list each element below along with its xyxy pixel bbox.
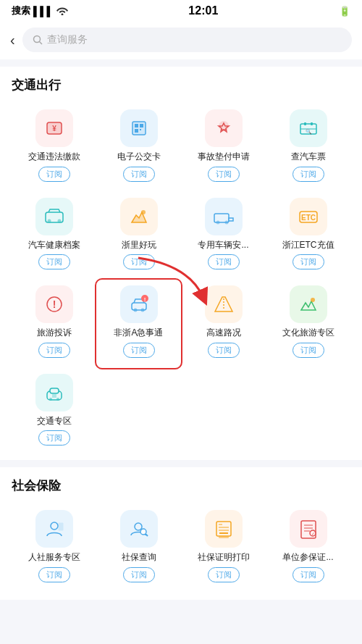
search-icon — [33, 35, 43, 45]
ebus-subscribe[interactable]: 订阅 — [123, 167, 155, 182]
svg-rect-7 — [135, 124, 138, 127]
svg-point-20 — [141, 210, 146, 214]
accident-subscribe[interactable]: 订阅 — [208, 167, 240, 182]
tourism-complaint-item: ! 旅游投诉 订阅 — [12, 280, 96, 368]
svg-point-23 — [224, 220, 228, 224]
svg-point-22 — [216, 220, 219, 224]
special-vehicle-label: 专用车辆安... — [198, 240, 248, 251]
social-query-item: 社保查询 订阅 — [96, 504, 181, 593]
svg-point-30 — [140, 309, 144, 312]
hr-service-label: 人社服务专区 — [28, 552, 80, 564]
svg-text:ETC: ETC — [301, 214, 316, 222]
svg-text:!: ! — [52, 298, 56, 310]
traffic-fine-icon: ¥ — [35, 109, 73, 147]
svg-rect-45 — [219, 536, 229, 538]
non-zhejiang-subscribe[interactable]: 订阅 — [123, 343, 155, 358]
etc-icon: ETC — [290, 198, 327, 235]
social-cert-label: 社保证明打印 — [198, 552, 250, 564]
traffic-row-4: 交通专区 订阅 — [12, 368, 350, 456]
red-arrow-icon — [131, 251, 218, 309]
car-health-icon — [35, 198, 73, 235]
bus-ticket-label: 查汽车票 — [291, 151, 326, 163]
highway-subscribe[interactable]: 订阅 — [208, 343, 240, 358]
special-vehicle-icon — [205, 198, 243, 235]
wifi-icon — [56, 7, 68, 15]
car-health-subscribe[interactable]: 订阅 — [38, 254, 70, 269]
unit-cert-subscribe[interactable]: 订阅 — [292, 567, 324, 582]
svg-rect-39 — [52, 394, 56, 398]
svg-rect-15 — [304, 122, 306, 125]
unit-cert-item: ✓ 单位参保证... 订阅 — [266, 504, 350, 593]
svg-point-19 — [57, 219, 61, 222]
bus-ticket-subscribe[interactable]: 订阅 — [292, 167, 324, 182]
tourism-complaint-label: 旅游投诉 — [37, 327, 72, 339]
etc-item: ETC 浙江ETC充值 订阅 — [266, 192, 350, 280]
non-zhejiang-label: 非浙A急事通 — [114, 327, 163, 339]
accident-item: 事故垫付申请 订阅 — [181, 104, 266, 192]
traffic-zone-icon — [35, 374, 73, 411]
traffic-zone-item: 交通专区 订阅 — [12, 368, 96, 456]
highway-label: 高速路况 — [206, 327, 241, 339]
search-placeholder: 查询服务 — [47, 33, 88, 46]
svg-point-34 — [311, 298, 315, 302]
social-insurance-section: 社会保险 人社服务专区 订阅 社保查询 订阅 社保证明打印 订阅 — [0, 467, 362, 600]
social-query-subscribe[interactable]: 订阅 — [123, 567, 155, 582]
zhejiang-fun-label: 浙里好玩 — [122, 240, 156, 251]
traffic-fine-subscribe[interactable]: 订阅 — [38, 167, 70, 182]
svg-line-43 — [146, 534, 148, 536]
svg-point-40 — [51, 522, 58, 530]
social-insurance-row-1: 人社服务专区 订阅 社保查询 订阅 社保证明打印 订阅 ✓ 单位参保证... 订… — [12, 504, 350, 593]
traffic-fine-item: ¥ 交通违法缴款 订阅 — [12, 104, 96, 192]
status-search-text: 搜索 — [12, 4, 30, 17]
status-bar: 搜索 ▌▌▌ 12:01 🔋 — [0, 0, 362, 22]
traffic-zone-subscribe[interactable]: 订阅 — [38, 430, 70, 446]
svg-rect-8 — [140, 124, 143, 127]
svg-point-42 — [140, 529, 146, 535]
social-cert-icon — [205, 510, 243, 548]
etc-subscribe[interactable]: 订阅 — [292, 254, 324, 269]
ebus-item: 电子公交卡 订阅 — [96, 104, 181, 192]
svg-point-41 — [135, 523, 142, 530]
status-time: 12:01 — [188, 4, 218, 17]
accident-icon — [205, 109, 243, 147]
traffic-row-1: ¥ 交通违法缴款 订阅 电子公交卡 订阅 事故垫付申请 订阅 🔍 查汽车票 — [12, 104, 350, 192]
culture-tour-label: 文化旅游专区 — [282, 327, 334, 339]
hr-service-icon — [35, 510, 73, 548]
car-health-item: 汽车健康档案 订阅 — [12, 192, 96, 280]
bus-ticket-item: 🔍 查汽车票 订阅 — [266, 104, 350, 192]
tourism-complaint-icon: ! — [35, 285, 73, 323]
ebus-icon — [120, 109, 158, 147]
bus-ticket-icon: 🔍 — [290, 109, 327, 147]
tourism-complaint-subscribe[interactable]: 订阅 — [38, 343, 70, 358]
back-button[interactable]: ‹ — [10, 32, 15, 49]
social-query-icon — [120, 510, 158, 548]
culture-tour-icon — [290, 285, 327, 323]
svg-point-37 — [49, 398, 52, 401]
svg-point-18 — [47, 219, 51, 222]
culture-tour-item: 文化旅游专区 订阅 — [266, 280, 350, 368]
ebus-label: 电子公交卡 — [117, 151, 161, 163]
svg-line-1 — [39, 42, 42, 45]
svg-rect-36 — [50, 388, 59, 393]
search-input[interactable]: 查询服务 — [22, 28, 352, 52]
social-query-label: 社保查询 — [122, 552, 156, 564]
traffic-zone-label: 交通专区 — [37, 416, 72, 427]
svg-rect-10 — [140, 129, 141, 130]
status-left: 搜索 ▌▌▌ — [12, 4, 68, 17]
svg-rect-5 — [132, 122, 146, 135]
hr-service-item: 人社服务专区 订阅 — [12, 504, 96, 593]
social-cert-item: 社保证明打印 订阅 — [181, 504, 266, 593]
battery-icon: 🔋 — [339, 6, 350, 17]
unit-cert-icon: ✓ — [290, 510, 327, 548]
social-insurance-title: 社会保险 — [12, 477, 350, 494]
svg-point-0 — [33, 36, 40, 43]
signal-icon: ▌▌▌ — [33, 6, 54, 17]
svg-text:¥: ¥ — [52, 125, 56, 133]
svg-rect-14 — [311, 122, 313, 125]
svg-text:✓: ✓ — [311, 532, 314, 536]
traffic-section: 交通出行 ¥ 交通违法缴款 订阅 电子公交卡 订阅 事故垫付申请 订阅 — [0, 67, 362, 460]
social-cert-subscribe[interactable]: 订阅 — [208, 567, 240, 582]
culture-tour-subscribe[interactable]: 订阅 — [292, 343, 324, 358]
hr-service-subscribe[interactable]: 订阅 — [38, 567, 70, 582]
car-health-label: 汽车健康档案 — [28, 240, 80, 251]
